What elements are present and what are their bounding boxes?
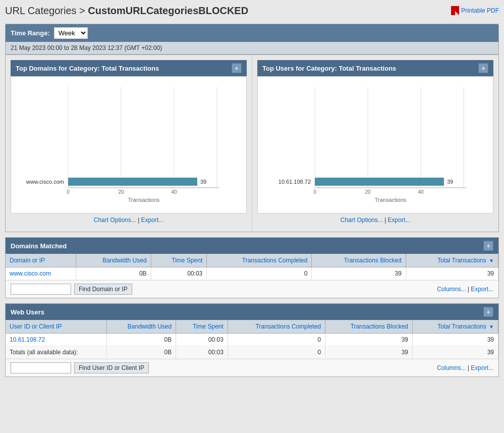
col-tx-completed[interactable]: Transactions Completed [207,254,312,267]
domains-chart-add-btn[interactable]: + [232,63,242,73]
find-user-button[interactable]: Find User ID or Client IP [74,362,149,373]
time-range-label: Time Range: [11,29,50,37]
tx-completed-value: 0 [207,267,312,280]
svg-text:40: 40 [171,189,177,195]
users-chart-add-btn[interactable]: + [478,63,488,73]
totals-row: Totals (all available data): 0B 00:03 0 … [6,346,498,359]
users-columns-link[interactable]: Columns... [437,364,466,371]
users-chart-panel: Top Users for Category: Total Transactio… [252,55,498,232]
time-range-bar: Time Range: Hour Day Week Month Year [6,24,498,42]
web-users-table: User ID or Client IP Bandwidth Used Time… [6,320,498,359]
user-value: 10.61.108.72 [6,334,106,346]
user-time-spent-value: 00:03 [176,334,228,346]
svg-text:0: 0 [67,189,70,195]
domains-chart-area: 39 www.cisco.com 0 20 40 Transactions [16,82,241,208]
domains-chart-actions: Chart Options... | Export... [11,213,247,227]
time-spent-value: 00:03 [151,267,207,280]
col-user-time-spent[interactable]: Time Spent [176,320,228,334]
time-range-select[interactable]: Hour Day Week Month Year [54,27,88,39]
col-bandwidth[interactable]: Bandwidth Used [76,254,151,267]
domains-chart-inner: 39 www.cisco.com 0 20 40 Transactions [11,76,247,213]
domains-export-table-link[interactable]: Export... [471,286,493,293]
svg-text:39: 39 [200,179,206,185]
totals-time-spent: 00:03 [176,346,228,359]
web-users-add-btn[interactable]: + [483,307,493,317]
tx-blocked-value: 39 [312,267,406,280]
totals-completed: 0 [228,346,325,359]
users-footer-links: Columns... | Export... [437,364,493,371]
domain-value: www.cisco.com [6,267,76,280]
domains-matched-table: Domain or IP Bandwidth Used Time Spent T… [6,254,498,280]
user-tx-completed-value: 0 [228,334,325,346]
col-user-bandwidth[interactable]: Bandwidth Used [106,320,176,334]
svg-text:www.cisco.com: www.cisco.com [26,179,64,185]
domains-chart-panel: Top Domains for Category: Total Transact… [6,55,252,232]
domains-matched-header: Domains Matched + [6,238,498,254]
col-user-total-tx[interactable]: Total Transactions ▼ [413,320,498,334]
find-user-input[interactable] [11,362,71,373]
col-total-tx[interactable]: Total Transactions ▼ [406,254,498,267]
page-title: URL Categories > CustomURLCategoriesBLOC… [5,5,248,17]
find-domain-input[interactable] [11,284,71,295]
user-link[interactable]: 10.61.108.72 [10,336,45,343]
user-bandwidth-value: 0B [106,334,176,346]
domains-footer-links: Columns... | Export... [437,286,493,293]
col-user-id[interactable]: User ID or Client IP [6,320,106,334]
domains-matched-add-btn[interactable]: + [483,241,493,251]
domains-table-footer: Find Domain or IP Columns... | Export... [6,280,498,298]
total-tx-value: 39 [406,267,498,280]
bandwidth-value: 0B [76,267,151,280]
table-row: 10.61.108.72 0B 00:03 0 39 39 [6,334,498,346]
charts-row: Top Domains for Category: Total Transact… [6,55,498,232]
find-domain-button[interactable]: Find Domain or IP [74,284,132,295]
svg-rect-4 [68,178,197,186]
col-user-tx-blocked[interactable]: Transactions Blocked [325,320,413,334]
domains-chart-header: Top Domains for Category: Total Transact… [11,60,247,76]
domains-matched-section: Domains Matched + Domain or IP Bandwidth… [5,237,499,298]
totals-bandwidth: 0B [106,346,176,359]
svg-text:40: 40 [418,189,424,195]
totals-total: 39 [413,346,498,359]
domains-chart-svg: 39 www.cisco.com 0 20 40 Transactions [16,82,241,208]
svg-text:20: 20 [118,189,124,195]
users-chart-area: 39 10.61.108.72 0 20 40 Transactions [263,82,488,208]
domains-chart-options-link[interactable]: Chart Options... [94,216,136,224]
svg-text:20: 20 [365,189,371,195]
user-tx-blocked-value: 39 [325,334,413,346]
svg-text:Transactions: Transactions [375,197,407,203]
col-domain-ip[interactable]: Domain or IP [6,254,76,267]
svg-text:0: 0 [313,189,316,195]
col-user-tx-completed[interactable]: Transactions Completed [228,320,325,334]
totals-label: Totals (all available data): [6,346,106,359]
domain-link[interactable]: www.cisco.com [10,270,51,277]
svg-text:39: 39 [447,179,453,185]
users-chart-header: Top Users for Category: Total Transactio… [257,60,493,76]
col-tx-blocked[interactable]: Transactions Blocked [312,254,406,267]
table-row: www.cisco.com 0B 00:03 0 39 39 [6,267,498,280]
users-find-controls: Find User ID or Client IP [11,362,149,373]
totals-blocked: 39 [325,346,413,359]
svg-rect-16 [315,178,444,186]
col-time-spent[interactable]: Time Spent [151,254,207,267]
users-chart-actions: Chart Options... | Export... [257,213,493,227]
users-chart-inner: 39 10.61.108.72 0 20 40 Transactions [257,76,493,213]
domains-columns-link[interactable]: Columns... [437,286,466,293]
users-chart-svg: 39 10.61.108.72 0 20 40 Transactions [263,82,488,208]
users-table-footer: Find User ID or Client IP Columns... | E… [6,359,498,376]
domains-find-controls: Find Domain or IP [11,284,132,295]
users-export-link[interactable]: Export... [388,216,411,224]
web-users-section: Web Users + User ID or Client IP Bandwid… [5,303,499,377]
date-range-bar: 21 May 2023 00:00 to 28 May 2023 12:37 (… [6,42,498,55]
user-total-tx-value: 39 [413,334,498,346]
users-chart-options-link[interactable]: Chart Options... [341,216,383,224]
svg-text:10.61.108.72: 10.61.108.72 [278,179,311,185]
svg-text:Transactions: Transactions [128,197,160,203]
users-export-table-link[interactable]: Export... [471,364,493,371]
domains-export-link[interactable]: Export... [141,216,164,224]
web-users-header: Web Users + [6,304,498,320]
printable-pdf-link[interactable]: Printable PDF [451,6,499,15]
pdf-icon [451,6,459,15]
